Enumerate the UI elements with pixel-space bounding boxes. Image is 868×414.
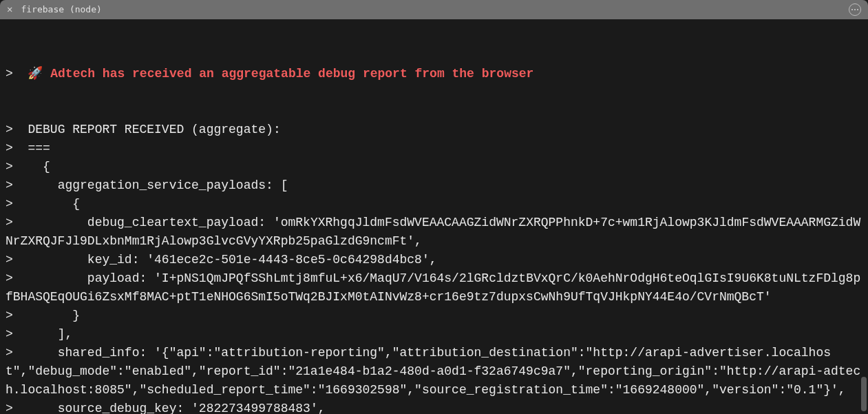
tab-bar: ✕ firebase (node) [0,0,868,19]
terminal-text: ], [28,327,72,341]
prompt: > [6,271,13,285]
terminal-text: } [28,309,80,322]
prompt: > [6,402,13,414]
terminal-line: > } [6,307,862,325]
terminal-text: === [28,141,50,155]
terminal-output: > 🚀 Adtech has received an aggregatable … [0,19,868,414]
more-options-icon[interactable] [849,3,861,16]
prompt: > [6,309,13,322]
prompt: > [6,197,13,211]
scrollbar-thumb[interactable] [861,377,867,411]
svg-point-1 [854,9,856,10]
svg-point-0 [851,9,853,10]
terminal-text: shared_info: '{"api":"attribution-report… [6,346,860,397]
prompt: > [6,67,13,81]
prompt: > [6,178,13,192]
prompt: > [6,160,13,174]
prompt: > [6,253,13,267]
terminal-text: source_debug_key: '282273499788483', [28,402,325,414]
terminal-line: > debug_cleartext_payload: 'omRkYXRhgqJl… [6,214,862,251]
terminal-line: > === [6,139,862,158]
terminal-text: { [28,197,80,211]
title-message: Adtech has received an aggregatable debu… [43,67,533,81]
terminal-line: > aggregation_service_payloads: [ [6,176,862,195]
tab-title: firebase (node) [21,3,101,17]
terminal-line: > { [6,195,862,214]
lines-container: > DEBUG REPORT RECEIVED (aggregate):> ==… [6,121,862,414]
close-tab-icon[interactable]: ✕ [7,5,12,14]
prompt: > [6,327,13,341]
tab-left-group: ✕ firebase (node) [7,3,102,17]
terminal-line: > shared_info: '{"api":"attribution-repo… [6,344,862,400]
terminal-text: payload: 'I+pNS1QmJPQfSShLmtj8mfuL+x6/Ma… [6,271,860,304]
terminal-line: > source_debug_key: '282273499788483', [6,400,862,414]
prompt: > [6,216,13,229]
prompt: > [6,123,13,136]
prompt: > [6,346,13,360]
rocket-icon: 🚀 [28,67,43,81]
terminal-line: > key_id: '461ece2c-501e-4443-8ce5-0c642… [6,251,862,269]
svg-point-2 [857,9,858,10]
terminal-line: > 🚀 Adtech has received an aggregatable … [6,65,862,83]
terminal-text: DEBUG REPORT RECEIVED (aggregate): [28,123,280,136]
terminal-text: { [28,160,50,174]
terminal-line: > payload: 'I+pNS1QmJPQfSShLmtj8mfuL+x6/… [6,269,862,307]
prompt: > [6,141,13,155]
terminal-line: > DEBUG REPORT RECEIVED (aggregate): [6,121,862,139]
terminal-text: key_id: '461ece2c-501e-4443-8ce5-0c64298… [28,253,436,267]
terminal-line: > { [6,158,862,176]
terminal-line: > ], [6,325,862,344]
terminal-text: aggregation_service_payloads: [ [28,178,288,192]
scrollbar-track[interactable] [861,19,867,414]
terminal-text: debug_cleartext_payload: 'omRkYXRhgqJldm… [6,216,860,248]
